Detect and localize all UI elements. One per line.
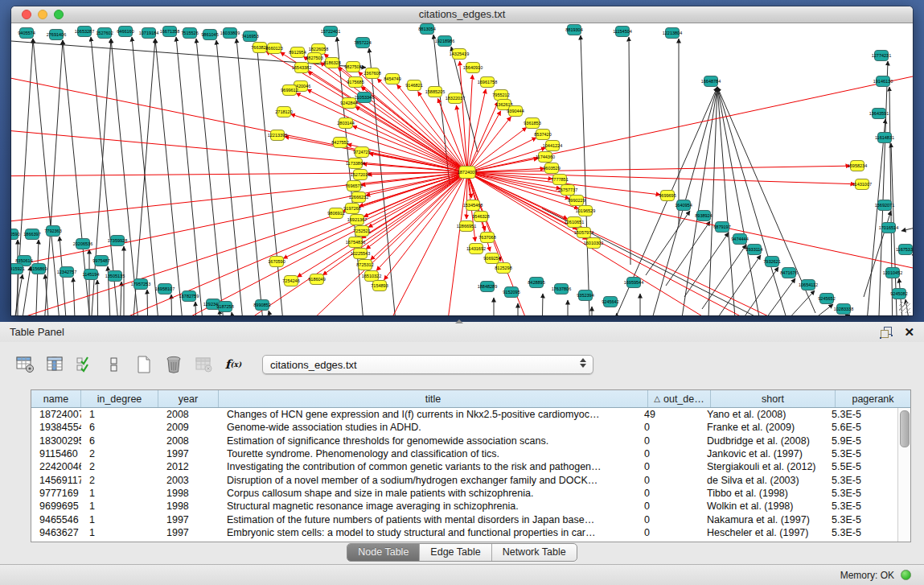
row-tools-icon[interactable] [104, 354, 125, 375]
network-node[interactable]: 7857224 [354, 38, 371, 48]
network-node[interactable]: 8427552 [331, 138, 348, 148]
network-node[interactable]: 10225543 [351, 249, 370, 259]
network-node[interactable]: 6879197 [713, 222, 730, 233]
network-node[interactable]: 12666232 [349, 192, 368, 203]
network-node[interactable]: 9827508 [344, 62, 361, 72]
network-node[interactable]: 9197268 [343, 204, 360, 214]
column-header-in_degree[interactable]: in_degree [81, 390, 158, 407]
citation-network-graph[interactable]: 9405574276914061065328715276026466160107… [11, 23, 913, 315]
network-node[interactable]: 9405574 [18, 28, 35, 39]
network-node[interactable]: 9724727 [353, 147, 370, 158]
network-node[interactable]: 12213804 [663, 28, 682, 39]
network-node[interactable]: 15722401 [321, 27, 340, 37]
network-node[interactable]: 11733864 [346, 159, 365, 169]
network-node[interactable]: 9186049 [308, 274, 325, 285]
network-node[interactable]: 9175685 [347, 77, 363, 88]
network-node[interactable]: 9827503 [306, 53, 322, 64]
network-node[interactable]: 7696573 [345, 181, 362, 192]
network-node[interactable]: 27691406 [47, 30, 66, 40]
network-node[interactable]: 8725312 [356, 260, 373, 270]
network-node[interactable]: 7955212 [492, 90, 509, 101]
network-node[interactable]: 8660123 [265, 43, 282, 54]
network-node[interactable]: 8471676 [780, 268, 797, 278]
table-row[interactable]: 969969511998Structural magnetic resonanc… [31, 500, 898, 513]
network-window-titlebar[interactable]: citations_edges.txt [11, 6, 913, 23]
network-node[interactable]: 8912954 [289, 47, 306, 58]
float-panel-icon[interactable] [880, 326, 893, 339]
network-node[interactable]: 7416953 [241, 31, 258, 42]
network-node[interactable]: 16510322 [362, 271, 381, 282]
table-options-icon[interactable] [14, 354, 35, 375]
network-node[interactable]: 9699612 [281, 85, 298, 96]
network-node[interactable]: 8428895 [528, 278, 544, 288]
network-node[interactable]: 12342757 [57, 267, 76, 278]
network-node[interactable]: 7932621 [763, 257, 780, 267]
network-node[interactable]: 16961758 [478, 77, 497, 88]
network-node[interactable]: 13643591 [869, 109, 889, 119]
network-node[interactable]: 15958234 [848, 161, 867, 171]
network-node[interactable]: 9361853 [524, 118, 540, 129]
table-vertical-scrollbar[interactable] [897, 408, 910, 542]
network-node[interactable]: 16754836 [346, 237, 365, 248]
network-node[interactable]: 10653287 [75, 27, 94, 37]
network-node[interactable]: 7252521 [353, 226, 370, 237]
network-node[interactable]: 8990852 [253, 300, 270, 311]
column-header-out_de[interactable]: △out_de… [648, 390, 711, 407]
network-node[interactable]: 9699695 [659, 191, 676, 201]
delete-table-icon[interactable] [193, 354, 214, 375]
column-header-title[interactable]: title [219, 390, 648, 407]
network-node[interactable]: 8938924 [695, 211, 712, 221]
network-node[interactable]: 15057974 [574, 228, 593, 238]
network-node[interactable]: 9806912 [327, 208, 344, 219]
network-node[interactable]: 9975487 [92, 256, 109, 266]
network-node[interactable]: 9152095 [503, 287, 519, 298]
tab-edge-table[interactable]: Edge Table [420, 544, 491, 561]
canvas-resize-grip[interactable] [899, 302, 910, 313]
network-node[interactable]: 9069254 [483, 253, 500, 264]
minimize-window-icon[interactable] [38, 10, 47, 19]
close-window-icon[interactable] [22, 10, 31, 19]
network-node[interactable]: 8125298 [495, 263, 511, 274]
network-node[interactable]: 10441224 [543, 141, 562, 151]
network-node[interactable]: 12010452 [883, 268, 902, 278]
column-header-short[interactable]: short [711, 390, 836, 407]
network-node[interactable]: 12610651 [565, 217, 584, 228]
delete-column-icon[interactable] [163, 354, 184, 375]
network-node[interactable]: 7792363 [44, 226, 61, 237]
network-node[interactable]: 11675330 [896, 245, 913, 255]
scrollbar-thumb[interactable] [900, 410, 910, 447]
network-node[interactable]: 11744360 [536, 152, 555, 163]
network-node[interactable]: 11431692 [466, 244, 486, 254]
network-node[interactable]: 16921367 [347, 215, 367, 225]
network-node[interactable]: 9352394 [577, 290, 593, 301]
network-node[interactable]: 9390444 [507, 106, 524, 117]
network-canvas[interactable]: 9405574276914061065328715276026466160107… [11, 23, 913, 315]
network-node[interactable]: 8537420 [534, 130, 551, 140]
network-node[interactable]: 7777851 [551, 175, 568, 185]
table-row[interactable]: 911546021997Tourette syndrome. Phenomeno… [31, 447, 898, 460]
network-node[interactable]: 2367608 [363, 68, 380, 79]
close-panel-icon[interactable]: ✕ [904, 326, 914, 338]
network-node[interactable]: 10654112 [799, 280, 818, 290]
network-node[interactable]: 15640910 [463, 63, 483, 73]
network-node[interactable]: 1670590 [268, 257, 285, 267]
panel-splitter-grip[interactable] [455, 319, 463, 323]
memory-status-icon[interactable] [901, 570, 911, 580]
network-node[interactable]: 1527602 [96, 28, 113, 39]
network-node[interactable]: 1156869 [30, 264, 47, 274]
table-row[interactable]: 1456911722003Disruption of a novel membe… [31, 473, 898, 486]
network-node[interactable]: 14325419 [450, 49, 469, 60]
network-node[interactable]: 16757737 [558, 185, 577, 196]
network-node[interactable]: 1640954 [675, 200, 692, 211]
network-node[interactable]: 16782759 [179, 291, 199, 302]
network-node[interactable]: 17359928 [108, 236, 127, 246]
network-node[interactable]: 9146821 [405, 80, 422, 91]
network-node[interactable]: 11614831 [875, 133, 894, 143]
show-columns-icon[interactable] [44, 354, 65, 375]
network-node[interactable]: 7515526 [181, 28, 198, 39]
network-node[interactable]: 9861045 [201, 30, 218, 40]
network-node[interactable]: 16648784 [701, 76, 721, 87]
column-header-pagerank[interactable]: pagerank [836, 390, 910, 407]
network-node[interactable]: 15345468 [463, 200, 483, 211]
network-node[interactable]: 19218986 [435, 36, 454, 47]
